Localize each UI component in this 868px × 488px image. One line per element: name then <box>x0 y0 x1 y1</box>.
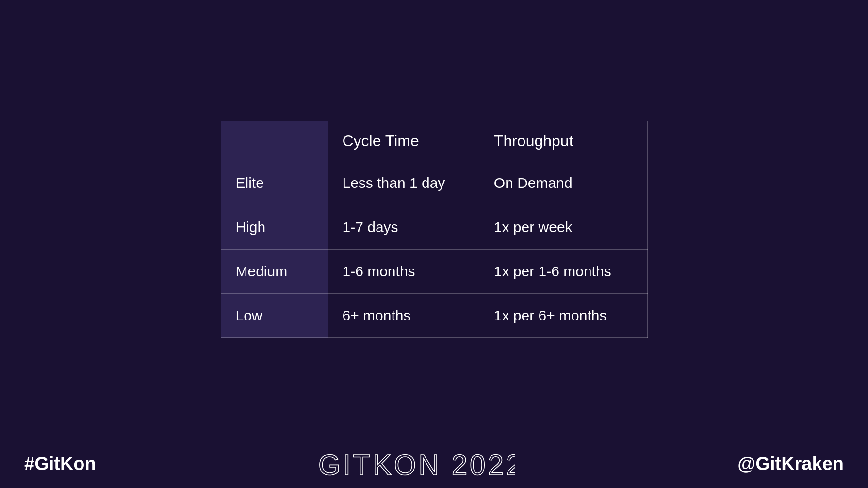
cycle-high: 1-7 days <box>328 205 479 250</box>
throughput-low: 1x per 6+ months <box>479 294 647 338</box>
label-medium: Medium <box>221 250 328 294</box>
main-content: Cycle Time Throughput Elite Less than 1 … <box>0 0 868 488</box>
throughput-elite: On Demand <box>479 161 647 205</box>
throughput-medium: 1x per 1-6 months <box>479 250 647 294</box>
svg-text:GITKON 2022: GITKON 2022 <box>318 449 515 480</box>
cycle-elite: Less than 1 day <box>328 161 479 205</box>
header-col1 <box>221 121 328 161</box>
label-high: High <box>221 205 328 250</box>
table-wrapper: Cycle Time Throughput Elite Less than 1 … <box>221 121 648 338</box>
throughput-high: 1x per week <box>479 205 647 250</box>
label-low: Low <box>221 294 328 338</box>
row-medium: Medium 1-6 months 1x per 1-6 months <box>221 250 647 294</box>
row-low: Low 6+ months 1x per 6+ months <box>221 294 647 338</box>
header-cycle-time: Cycle Time <box>328 121 479 161</box>
row-high: High 1-7 days 1x per week <box>221 205 647 250</box>
footer-handle: @GitKraken <box>737 454 844 474</box>
label-elite: Elite <box>221 161 328 205</box>
header-throughput: Throughput <box>479 121 647 161</box>
cycle-medium: 1-6 months <box>328 250 479 294</box>
row-elite: Elite Less than 1 day On Demand <box>221 161 647 205</box>
metrics-table: Cycle Time Throughput Elite Less than 1 … <box>221 121 648 338</box>
cycle-low: 6+ months <box>328 294 479 338</box>
footer: #GitKon GITKON 2022 @GitKraken <box>0 439 868 488</box>
gitkon-logo: GITKON 2022 <box>318 448 515 480</box>
gitkon-logo-svg: GITKON 2022 <box>318 448 515 480</box>
footer-hashtag: #GitKon <box>24 454 96 474</box>
